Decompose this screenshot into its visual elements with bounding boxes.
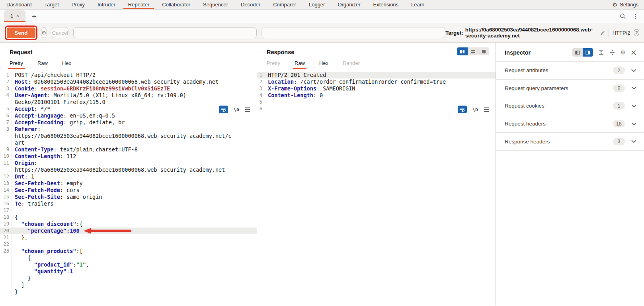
code-line[interactable]: 9 Content-Type: text/plain;charset=UTF-8: [0, 146, 257, 153]
line-number: 4: [257, 92, 265, 99]
code-line[interactable]: 11 Origin:: [0, 160, 257, 167]
code-line[interactable]: 6 Accept-Language: en-US,en;q=0.5: [0, 112, 257, 119]
code-line[interactable]: 17: [0, 207, 257, 214]
code-line[interactable]: 19 "chosen_discount":{: [0, 221, 257, 228]
layout-single-icon[interactable]: [478, 47, 489, 55]
add-tab-button[interactable]: +: [32, 13, 36, 20]
show-newlines-icon[interactable]: \n: [472, 107, 478, 112]
code-line[interactable]: 2 Location: /cart/order-confirmation?ord…: [257, 78, 496, 85]
kebab-menu-icon[interactable]: ⋮: [632, 13, 638, 20]
menubar-item-organizer[interactable]: Organizer: [331, 0, 367, 9]
menubar-item-logger[interactable]: Logger: [302, 0, 331, 9]
settings-button[interactable]: ⚙ Settings: [612, 0, 644, 9]
code-line[interactable]: 1 HTTP/2 201 Created: [257, 72, 496, 78]
code-line[interactable]: 3 X-Frame-Options: SAMEORIGIN: [257, 85, 496, 92]
inspector-section-request-attributes[interactable]: Request attributes 2: [496, 62, 644, 80]
dock-left-icon[interactable]: [572, 48, 583, 57]
code-line[interactable]: 8 Referer:: [0, 126, 257, 133]
inspector-section-response-headers[interactable]: Response headers 3: [496, 133, 644, 151]
code-line[interactable]: 4 Content-Length: 0: [257, 92, 496, 99]
menubar-item-extensions[interactable]: Extensions: [367, 0, 405, 9]
code-line[interactable]: 3 Cookie: session=6RDKrzFiD8nWz99siVwbCl…: [0, 85, 257, 92]
code-line[interactable]: 2 Host: 0a68002503ea944082bcee1600000068…: [0, 78, 257, 85]
code-line[interactable]: 14 Sec-Fetch-Mode: cors: [0, 187, 257, 194]
menubar-item-comparer[interactable]: Comparer: [267, 0, 302, 9]
line-number: 16: [0, 200, 12, 207]
code-line[interactable]: 7 Accept-Encoding: gzip, deflate, br: [0, 119, 257, 126]
code-line[interactable]: 18 {: [0, 214, 257, 221]
code-line[interactable]: 1 POST /api/checkout HTTP/2: [0, 72, 257, 78]
inspector-section-request-headers[interactable]: Request headers 18: [496, 115, 644, 133]
code-line[interactable]: 23 "chosen_products":[: [0, 248, 257, 255]
red-arrow-annotation: [84, 228, 132, 234]
back-button[interactable]: < ▾: [73, 27, 257, 38]
close-tab-icon[interactable]: ×: [16, 13, 19, 19]
response-tab-render[interactable]: Render: [343, 60, 360, 66]
forward-button[interactable]: > ▾: [262, 27, 445, 38]
request-tab-pretty[interactable]: Pretty: [10, 60, 23, 66]
expand-all-icon[interactable]: [598, 49, 604, 55]
request-tab-raw[interactable]: Raw: [37, 60, 48, 66]
inspector-section-request-cookies[interactable]: Request cookies 1: [496, 97, 644, 115]
menubar-item-learn[interactable]: Learn: [405, 0, 431, 9]
code-line[interactable]: 20 "percentage":100: [0, 228, 257, 234]
dock-right-icon[interactable]: [583, 48, 593, 57]
word-wrap-icon[interactable]: [458, 106, 467, 113]
code-line[interactable]: Gecko/20100101 Firefox/115.0: [0, 99, 257, 106]
repeater-tab-1[interactable]: 1 ×: [4, 10, 25, 22]
response-layout-toggle: [457, 47, 489, 55]
line-number: 9: [0, 146, 12, 153]
layout-rows-icon[interactable]: [468, 47, 478, 55]
code-line[interactable]: 10 Content-Length: 112: [0, 153, 257, 160]
word-wrap-icon[interactable]: [219, 106, 228, 113]
menubar-item-target[interactable]: Target: [38, 0, 65, 9]
line-number: 10: [0, 153, 12, 160]
inspector-section-request-query-parameters[interactable]: Request query parameters 0: [496, 80, 644, 98]
close-icon[interactable]: [631, 50, 636, 55]
editor-menu-icon[interactable]: [484, 107, 489, 112]
layout-columns-icon[interactable]: [457, 47, 468, 55]
code-line[interactable]: {: [0, 255, 257, 261]
edit-pencil-icon[interactable]: [600, 29, 605, 36]
response-tab-raw[interactable]: Raw: [295, 60, 305, 66]
code-line[interactable]: 21 },: [0, 234, 257, 241]
code-line[interactable]: ]: [0, 282, 257, 288]
code-line[interactable]: art: [0, 139, 257, 146]
response-tab-pretty[interactable]: Pretty: [267, 60, 280, 66]
menubar-item-sequencer[interactable]: Sequencer: [197, 0, 234, 9]
code-line[interactable]: }: [0, 288, 257, 295]
search-icon[interactable]: [620, 13, 626, 20]
count-badge: 1: [613, 102, 625, 110]
show-newlines-icon[interactable]: \n: [234, 107, 239, 112]
code-line[interactable]: }: [0, 275, 257, 282]
code-line[interactable]: 16 Te: trailers: [0, 200, 257, 207]
cancel-button[interactable]: Cancel: [52, 27, 68, 38]
send-settings-button[interactable]: ⚙: [41, 27, 47, 38]
code-line[interactable]: "quantity":1: [0, 268, 257, 275]
code-line[interactable]: 12 Dnt: 1: [0, 173, 257, 180]
code-line[interactable]: 5 Accept: */*: [0, 106, 257, 112]
code-line[interactable]: 13 Sec-Fetch-Dest: empty: [0, 180, 257, 187]
menubar-item-decoder[interactable]: Decoder: [234, 0, 267, 9]
collapse-all-icon[interactable]: [609, 49, 615, 55]
code-line[interactable]: 4 User-Agent: Mozilla/5.0 (X11; Linux x8…: [0, 92, 257, 99]
menubar-item-repeater[interactable]: Repeater: [122, 0, 156, 9]
code-line[interactable]: 5: [257, 99, 496, 106]
code-line[interactable]: https://0a68002503ea944082bcee1600000068…: [0, 133, 257, 139]
help-icon[interactable]: ?: [634, 29, 639, 36]
send-button[interactable]: Send: [7, 27, 35, 38]
menubar-item-collaborator[interactable]: Collaborator: [156, 0, 197, 9]
code-line[interactable]: "product_id":"1",: [0, 261, 257, 268]
menubar-item-dashboard[interactable]: Dashboard: [0, 0, 38, 9]
code-line[interactable]: https://0a68002503ea944082bcee1600000068…: [0, 167, 257, 173]
response-tab-hex[interactable]: Hex: [319, 60, 328, 66]
editor-menu-icon[interactable]: [245, 107, 250, 112]
inspector-settings-icon[interactable]: ⚙: [621, 49, 626, 55]
menubar-item-proxy[interactable]: Proxy: [65, 0, 91, 9]
line-number: 3: [0, 85, 12, 92]
code-line[interactable]: 22: [0, 241, 257, 248]
menubar-item-intruder[interactable]: Intruder: [91, 0, 122, 9]
request-editor[interactable]: 1 POST /api/checkout HTTP/2 2 Host: 0a68…: [0, 72, 257, 295]
request-tab-hex[interactable]: Hex: [62, 60, 71, 66]
code-line[interactable]: 15 Sec-Fetch-Site: same-origin: [0, 194, 257, 200]
